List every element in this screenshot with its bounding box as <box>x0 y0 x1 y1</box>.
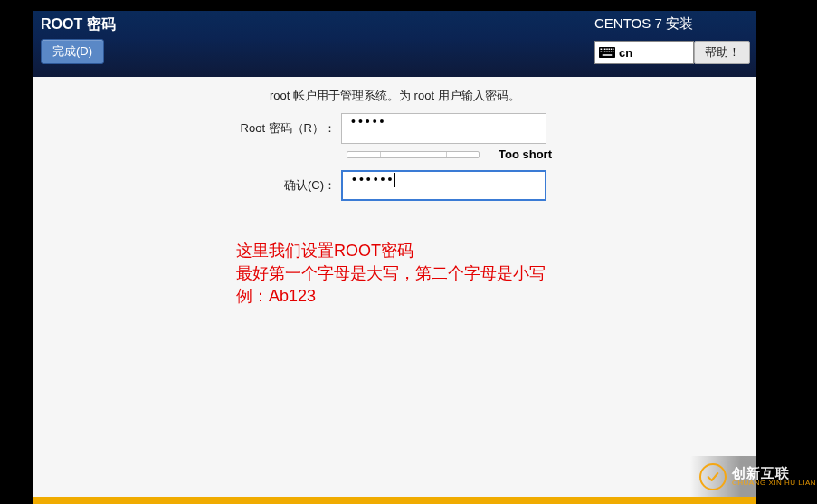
svg-rect-12 <box>609 52 611 53</box>
svg-rect-9 <box>603 52 604 53</box>
root-password-label: Root 密码（R）： <box>178 120 341 137</box>
installer-title: CENTOS 7 安装 <box>594 15 693 33</box>
svg-rect-7 <box>613 49 614 51</box>
screen: ROOT 密码 CENTOS 7 安装 完成(D) cn 帮助！ root 帐户… <box>0 0 817 504</box>
svg-rect-2 <box>603 49 604 51</box>
annotation-line: 最好第一个字母是大写，第二个字母是小写 <box>236 262 546 285</box>
description-text: root 帐户用于管理系统。为 root 用户输入密码。 <box>270 88 520 104</box>
watermark-text: 创新互联 CHUANG XIN HU LIAN <box>732 466 816 487</box>
svg-rect-4 <box>606 49 608 51</box>
confirm-password-label: 确认(C)： <box>178 177 341 194</box>
svg-rect-15 <box>603 54 613 56</box>
svg-rect-10 <box>604 52 606 53</box>
text-cursor <box>394 173 395 187</box>
watermark: 创新互联 CHUANG XIN HU LIAN <box>690 456 817 497</box>
watermark-logo-icon <box>699 463 727 490</box>
keyboard-layout-code: cn <box>619 46 632 60</box>
svg-rect-1 <box>601 49 603 51</box>
annotation-line: 例：Ab123 <box>236 285 546 308</box>
root-password-input[interactable]: ••••• <box>341 113 546 144</box>
password-strength-row: Too short <box>347 147 552 161</box>
svg-rect-14 <box>613 52 614 53</box>
keyboard-icon <box>599 47 615 58</box>
annotation-line: 这里我们设置ROOT密码 <box>236 240 546 262</box>
watermark-cn: 创新互联 <box>732 466 816 480</box>
svg-rect-8 <box>601 52 603 53</box>
page-title: ROOT 密码 <box>41 15 116 34</box>
password-strength-meter <box>347 151 480 158</box>
help-button[interactable]: 帮助！ <box>694 41 750 64</box>
confirm-password-input[interactable]: •••••• <box>341 170 546 201</box>
svg-rect-6 <box>611 49 613 51</box>
root-password-row: Root 密码（R）： ••••• <box>178 113 546 144</box>
header-bar: ROOT 密码 CENTOS 7 安装 完成(D) cn 帮助！ <box>33 11 756 77</box>
confirm-password-row: 确认(C)： •••••• <box>178 170 546 201</box>
annotation-overlay: 这里我们设置ROOT密码 最好第一个字母是大写，第二个字母是小写 例：Ab123 <box>236 240 546 309</box>
warning-bar <box>33 497 756 504</box>
done-button[interactable]: 完成(D) <box>41 39 104 64</box>
password-strength-text: Too short <box>499 147 552 161</box>
svg-rect-11 <box>606 52 608 53</box>
content-area: root 帐户用于管理系统。为 root 用户输入密码。 Root 密码（R）：… <box>33 77 756 504</box>
svg-rect-13 <box>611 52 613 53</box>
installer-window: ROOT 密码 CENTOS 7 安装 完成(D) cn 帮助！ root 帐户… <box>33 11 756 504</box>
keyboard-layout-selector[interactable]: cn <box>594 41 694 64</box>
svg-rect-5 <box>609 49 611 51</box>
svg-rect-3 <box>604 49 606 51</box>
watermark-en: CHUANG XIN HU LIAN <box>732 480 816 487</box>
